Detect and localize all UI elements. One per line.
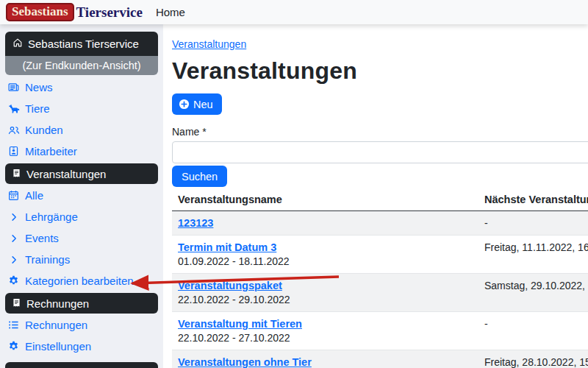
newspaper-icon	[7, 82, 20, 93]
receipt-icon	[12, 297, 21, 310]
chevron-right-icon	[7, 234, 20, 243]
new-button-label: Neu	[193, 99, 213, 110]
sidebar-item-label: Trainings	[25, 253, 70, 266]
event-date-range: 22.10.2022 - 27.10.2022	[178, 332, 473, 344]
table-row: Termin mit Datum 3 01.09.2022 - 18.11.20…	[172, 236, 588, 274]
sidebar-section-clipped[interactable]	[5, 362, 158, 368]
sidebar-section-label: Rechnungen	[26, 297, 89, 310]
event-link[interactable]: Veranstaltungspaket	[178, 280, 282, 291]
house-icon	[12, 38, 23, 50]
sidebar-item-einstellungen[interactable]: Einstellungen	[5, 336, 158, 357]
sidebar-item-tiere[interactable]: Tiere	[5, 98, 158, 119]
nav-home-link[interactable]: Home	[156, 6, 185, 18]
sidebar-item-customer-view[interactable]: (Zur Endkunden-Ansicht)	[5, 56, 158, 75]
table-header-row: Veranstaltungsname Nächste Veranstaltung	[172, 189, 588, 211]
table-row: Veranstaltung mit Tieren 22.10.2022 - 27…	[172, 312, 588, 350]
breadcrumb[interactable]: Veranstaltungen	[172, 38, 246, 50]
next-event: Freitag, 28.10.2022, 15:20 Uhr	[484, 356, 588, 368]
gear-icon	[7, 341, 20, 352]
sidebar-item-label: Rechnungen	[25, 319, 87, 331]
sidebar-item-kategorien-bearbeiten[interactable]: Kategorien bearbeiten	[5, 270, 158, 291]
sidebar: Sebastians Tierservice (Zur Endkunden-An…	[0, 24, 163, 368]
calendar-icon	[7, 190, 20, 201]
next-event: -	[484, 318, 588, 330]
chevron-right-icon	[7, 255, 20, 264]
name-label: Name *	[172, 126, 588, 138]
event-date-range: 01.09.2022 - 18.11.2022	[178, 255, 473, 267]
sidebar-item-mitarbeiter[interactable]: Mitarbeiter	[5, 141, 158, 162]
sidebar-item-label: Kategorien bearbeiten	[25, 275, 134, 287]
customer-view-label: (Zur Endkunden-Ansicht)	[22, 60, 140, 71]
next-event: Samstag, 29.10.2022, 06:00 Uhr	[484, 280, 588, 291]
event-link[interactable]: Termin mit Datum 3	[178, 241, 276, 253]
column-header-next: Nächste Veranstaltung	[478, 189, 588, 211]
sidebar-item-label: Lehrgänge	[25, 210, 78, 223]
sidebar-item-label: News	[25, 81, 53, 93]
page-title: Veranstaltungen	[172, 57, 588, 85]
sidebar-item-news[interactable]: News	[5, 77, 158, 98]
dog-icon	[7, 103, 20, 115]
app-logo[interactable]: Sebastians Tierservice	[6, 3, 143, 21]
event-date-range: 22.10.2022 - 29.10.2022	[178, 294, 473, 305]
top-navbar: Sebastians Tierservice Home	[0, 0, 588, 24]
sidebar-section-rechnungen[interactable]: Rechnungen	[5, 293, 158, 314]
sidebar-section-veranstaltungen[interactable]: Veranstaltungen	[5, 163, 158, 184]
event-link[interactable]: 123123	[178, 217, 213, 229]
logo-primary-badge: Sebastians	[6, 3, 74, 21]
sidebar-item-label: Alle	[25, 189, 43, 202]
gear-icon	[7, 275, 20, 286]
new-button[interactable]: Neu	[172, 93, 222, 115]
people-icon	[7, 124, 20, 136]
sidebar-item-label: Mitarbeiter	[25, 145, 77, 158]
events-table: Veranstaltungsname Nächste Veranstaltung…	[172, 189, 588, 368]
chevron-right-icon	[7, 213, 20, 222]
account-title: Sebastians Tierservice	[28, 38, 139, 50]
sidebar-item-events[interactable]: Events	[5, 227, 158, 249]
sidebar-item-label: Tiere	[25, 102, 50, 115]
person-badge-icon	[7, 146, 20, 157]
table-row: Veranstaltungspaket 22.10.2022 - 29.10.2…	[172, 274, 588, 312]
sidebar-section-label: Veranstaltungen	[26, 168, 106, 180]
event-link[interactable]: Veranstaltung mit Tieren	[178, 318, 302, 330]
plus-circle-icon	[179, 99, 190, 110]
sidebar-item-account[interactable]: Sebastians Tierservice	[5, 32, 158, 56]
sidebar-item-rechnungen[interactable]: Rechnungen	[5, 314, 158, 336]
logo-secondary-text: Tierservice	[76, 4, 143, 21]
list-icon	[7, 319, 20, 330]
next-event: -	[484, 217, 588, 229]
table-row: Veranstaltungen ohne Tier 22.10.2022 - 3…	[172, 350, 588, 368]
main-content: Veranstaltungen Veranstaltungen Neu Name…	[163, 24, 588, 368]
sidebar-item-label: Events	[25, 232, 59, 244]
sidebar-item-trainings[interactable]: Trainings	[5, 249, 158, 270]
sidebar-item-label: Einstellungen	[25, 340, 91, 353]
event-link[interactable]: Veranstaltungen ohne Tier	[178, 356, 312, 368]
sidebar-item-kunden[interactable]: Kunden	[5, 119, 158, 141]
search-button[interactable]: Suchen	[172, 166, 227, 187]
table-row: 123123 -	[172, 211, 588, 236]
sidebar-item-label: Kunden	[25, 124, 63, 136]
sidebar-item-alle[interactable]: Alle	[5, 185, 158, 206]
column-header-name: Veranstaltungsname	[172, 189, 478, 211]
next-event: Freitag, 11.11.2022, 16:00 Uhr	[484, 241, 588, 253]
receipt-icon	[12, 168, 21, 180]
name-input[interactable]	[172, 141, 588, 163]
sidebar-item-lehrgaenge[interactable]: Lehrgänge	[5, 206, 158, 227]
